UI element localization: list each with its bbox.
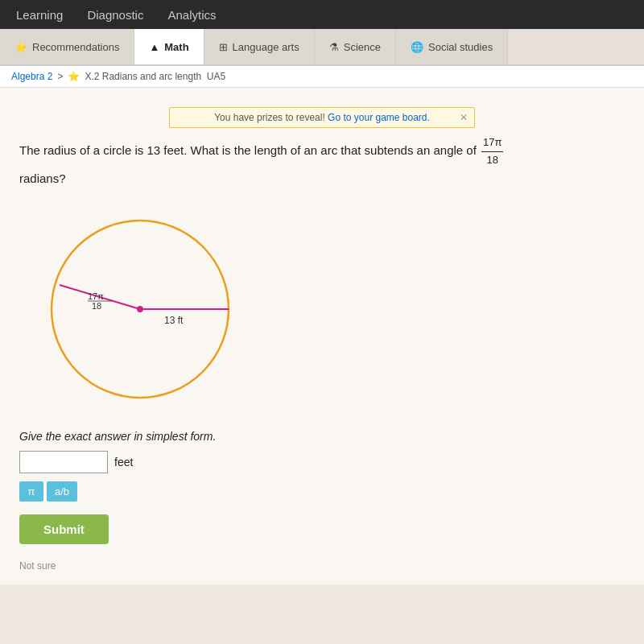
fraction-denominator: 18 [485,152,500,169]
fraction-display: 17π 18 [480,143,505,157]
prize-close-button[interactable]: ✕ [460,112,468,123]
tab-recommendations-label: Recommendations [32,41,119,53]
answer-input[interactable] [19,451,108,473]
fraction-button[interactable]: a/b [47,481,77,502]
tab-social-studies-label: Social studies [428,41,493,53]
prize-text: You have prizes to reveal! Go to your ga… [214,112,430,123]
units-label: feet [114,456,133,469]
answer-section: Give the exact answer in simplest form. … [19,430,625,544]
question-text-part2: radians? [19,171,66,185]
breadcrumb-topic: X.2 Radians and arc length UA5 [85,71,225,82]
nav-analytics[interactable]: Analytics [167,8,216,22]
breadcrumb-separator: > [57,71,63,82]
globe-icon: 🌐 [411,41,423,53]
question-text: The radius of a circle is 13 feet. What … [19,134,567,188]
pi-button[interactable]: π [19,481,43,502]
tab-science[interactable]: ⚗ Science [315,29,396,64]
flask-icon: ⚗ [329,41,339,53]
svg-text:13 ft: 13 ft [164,315,184,326]
tab-math[interactable]: ▲ Math [134,29,204,64]
svg-text:18: 18 [92,301,101,311]
top-navigation: Learning Diagnostic Analytics [0,0,644,29]
question-text-part1: The radius of a circle is 13 feet. What … [19,143,477,157]
circle-diagram: 17π 18 13 ft [35,204,245,414]
tab-language-arts[interactable]: ⊞ Language arts [204,29,315,64]
triangle-icon: ▲ [149,41,159,53]
main-content: You have prizes to reveal! Go to your ga… [0,88,644,584]
svg-point-3 [137,306,143,312]
breadcrumb: Algebra 2 > ⭐ X.2 Radians and arc length… [0,66,644,88]
prize-link[interactable]: Go to your game board. [328,112,430,123]
nav-diagnostic[interactable]: Diagnostic [87,8,143,22]
breadcrumb-subject[interactable]: Algebra 2 [11,71,52,82]
tab-language-arts-label: Language arts [233,41,299,53]
grid-icon: ⊞ [219,41,228,53]
fraction-numerator: 17π [481,134,503,152]
prize-banner: You have prizes to reveal! Go to your ga… [169,107,475,128]
diagram-svg: 17π 18 13 ft [35,204,245,414]
tab-bar: ⭐ Recommendations ▲ Math ⊞ Language arts… [0,29,644,66]
submit-button[interactable]: Submit [19,514,109,544]
tab-math-label: Math [164,41,188,53]
math-buttons: π a/b [19,481,625,502]
svg-text:17π: 17π [88,291,104,301]
answer-instruction: Give the exact answer in simplest form. [19,430,625,443]
breadcrumb-icon: ⭐ [68,71,80,82]
answer-row: feet [19,451,625,473]
tab-social-studies[interactable]: 🌐 Social studies [396,29,508,64]
tab-science-label: Science [344,41,381,53]
nav-learning[interactable]: Learning [16,8,63,22]
star-icon: ⭐ [14,41,27,53]
not-sure-text: Not sure [19,560,625,572]
tab-recommendations[interactable]: ⭐ Recommendations [0,29,134,64]
